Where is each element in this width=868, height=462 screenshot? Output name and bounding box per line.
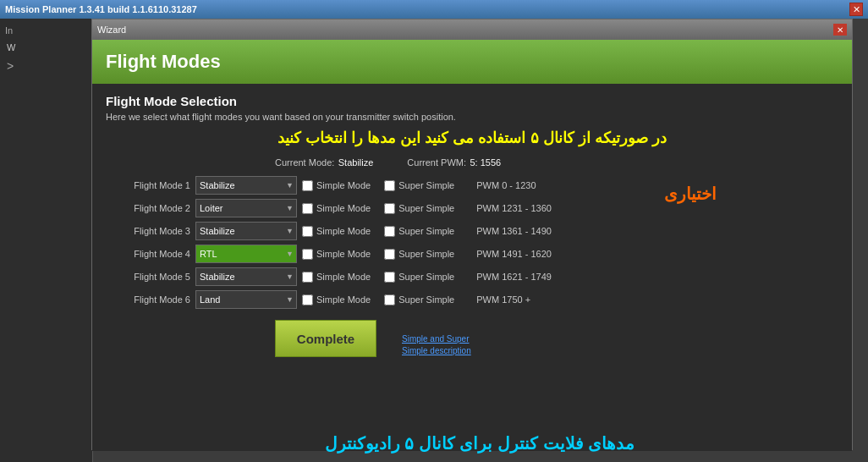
sidebar-arrow[interactable]: > — [0, 56, 92, 76]
pwm-range-4: PWM 1491 - 1620 — [476, 249, 552, 259]
flight-mode-select-5[interactable]: StabilizeLoiterRTLLandAutoAltHoldGuidedD… — [195, 267, 297, 286]
flight-mode-select-wrapper-1[interactable]: StabilizeLoiterRTLLandAutoAltHoldGuidedD… — [195, 176, 297, 195]
simple-mode-group-2: Simple Mode — [302, 203, 371, 214]
flight-mode-row: Flight Mode 5StabilizeLoiterRTLLandAutoA… — [106, 267, 838, 286]
outer-window: Mission Planner 1.3.41 build 1.1.6110.31… — [0, 0, 868, 462]
simple-mode-group-3: Simple Mode — [302, 226, 371, 237]
selection-desc: Here we select what flight modes you wan… — [106, 112, 838, 122]
pwm-range-3: PWM 1361 - 1490 — [476, 226, 552, 236]
simple-mode-label-2: Simple Mode — [316, 203, 371, 213]
flight-modes-table: Flight Mode 1StabilizeLoiterRTLLandAutoA… — [106, 176, 838, 309]
super-simple-checkbox-4[interactable] — [384, 249, 395, 260]
super-simple-checkbox-6[interactable] — [384, 294, 395, 305]
flight-mode-label-6: Flight Mode 6 — [106, 294, 190, 305]
current-pwm-info: Current PWM: 5: 1556 — [407, 154, 501, 169]
super-simple-label-2: Super Simple — [398, 203, 454, 213]
super-simple-checkbox-2[interactable] — [384, 203, 395, 214]
simple-mode-label-1: Simple Mode — [316, 180, 371, 190]
flight-modes-title: Flight Modes — [106, 51, 221, 73]
title-bar: Mission Planner 1.3.41 build 1.1.6110.31… — [0, 0, 868, 19]
app-close-button[interactable]: ✕ — [849, 3, 863, 16]
super-simple-label-5: Super Simple — [398, 272, 454, 282]
app-title: Mission Planner 1.3.41 build 1.1.6110.31… — [5, 4, 197, 14]
simple-description-link[interactable]: Simple and SuperSimple description — [402, 333, 471, 357]
flight-mode-row: Flight Mode 3StabilizeLoiterRTLLandAutoA… — [106, 222, 838, 240]
flight-mode-select-wrapper-4[interactable]: StabilizeLoiterRTLLandAutoAltHoldGuidedD… — [195, 245, 297, 263]
sidebar-w-label: W — [0, 39, 92, 56]
flight-mode-label-4: Flight Mode 4 — [106, 249, 190, 259]
super-simple-label-6: Super Simple — [398, 294, 454, 305]
wizard-title: Wizard — [97, 25, 126, 35]
left-sidebar: In W > — [0, 19, 93, 462]
super-simple-group-3: Super Simple — [384, 226, 454, 237]
sidebar-in-label: In — [0, 19, 92, 39]
super-simple-label-3: Super Simple — [398, 226, 454, 236]
flight-mode-label-2: Flight Mode 2 — [106, 203, 190, 213]
pwm-range-1: PWM 0 - 1230 — [476, 180, 536, 190]
wizard-close-button[interactable]: ✕ — [833, 24, 847, 36]
persian-text-bottom: مدهای فلایت کنترل برای کانال ۵ رادیوکنتر… — [91, 433, 868, 454]
super-simple-checkbox-1[interactable] — [384, 180, 395, 191]
flight-mode-select-4[interactable]: StabilizeLoiterRTLLandAutoAltHoldGuidedD… — [195, 245, 297, 263]
persian-text-top: در صورتیکه از کانال ۵ استفاده می کنید ای… — [106, 129, 838, 147]
current-mode-info: Current Mode: Stabilize — [275, 154, 373, 169]
flight-mode-select-2[interactable]: StabilizeLoiterRTLLandAutoAltHoldGuidedD… — [195, 199, 297, 217]
pwm-range-5: PWM 1621 - 1749 — [476, 272, 552, 282]
current-pwm-value: 5: 1556 — [470, 157, 501, 168]
super-simple-group-6: Super Simple — [384, 294, 454, 305]
flight-mode-label-3: Flight Mode 3 — [106, 226, 190, 236]
flight-mode-select-6[interactable]: StabilizeLoiterRTLLandAutoAltHoldGuidedD… — [195, 290, 297, 309]
current-pwm-label: Current PWM: — [407, 157, 466, 168]
pwm-range-6: PWM 1750 + — [476, 294, 530, 305]
super-simple-group-1: Super Simple — [384, 180, 454, 191]
super-simple-group-2: Super Simple — [384, 203, 454, 214]
flight-mode-row: Flight Mode 2StabilizeLoiterRTLLandAutoA… — [106, 199, 838, 217]
flight-mode-row: Flight Mode 6StabilizeLoiterRTLLandAutoA… — [106, 290, 838, 309]
flight-mode-select-wrapper-5[interactable]: StabilizeLoiterRTLLandAutoAltHoldGuidedD… — [195, 267, 297, 286]
pwm-range-2: PWM 1231 - 1360 — [476, 203, 552, 213]
simple-mode-label-5: Simple Mode — [316, 272, 371, 282]
super-simple-group-4: Super Simple — [384, 249, 454, 260]
flight-mode-row: Flight Mode 1StabilizeLoiterRTLLandAutoA… — [106, 176, 838, 195]
simple-mode-label-3: Simple Mode — [316, 226, 371, 236]
flight-mode-select-1[interactable]: StabilizeLoiterRTLLandAutoAltHoldGuidedD… — [195, 176, 297, 195]
super-simple-label-1: Super Simple — [398, 180, 454, 190]
simple-mode-checkbox-5[interactable] — [302, 272, 313, 283]
flight-modes-header: Flight Modes — [92, 40, 852, 84]
flight-mode-label-1: Flight Mode 1 — [106, 180, 190, 190]
simple-mode-checkbox-4[interactable] — [302, 249, 313, 260]
complete-button[interactable]: Complete — [275, 320, 376, 357]
super-simple-checkbox-3[interactable] — [384, 226, 395, 237]
super-simple-label-4: Super Simple — [398, 249, 454, 259]
flight-mode-select-3[interactable]: StabilizeLoiterRTLLandAutoAltHoldGuidedD… — [195, 222, 297, 240]
simple-mode-group-1: Simple Mode — [302, 180, 371, 191]
simple-mode-checkbox-2[interactable] — [302, 203, 313, 214]
arabic-optional-text: اختیاری — [664, 184, 717, 204]
flight-mode-label-5: Flight Mode 5 — [106, 272, 190, 282]
current-mode-value: Stabilize — [338, 157, 374, 168]
simple-mode-group-4: Simple Mode — [302, 249, 371, 260]
super-simple-group-5: Super Simple — [384, 272, 454, 283]
content-area: اختیاری Flight Mode Selection Here we se… — [92, 84, 852, 451]
current-info: Current Mode: Stabilize Current PWM: 5: … — [275, 154, 838, 169]
simple-mode-checkbox-3[interactable] — [302, 226, 313, 237]
simple-mode-checkbox-6[interactable] — [302, 294, 313, 305]
flight-mode-select-wrapper-3[interactable]: StabilizeLoiterRTLLandAutoAltHoldGuidedD… — [195, 222, 297, 240]
flight-mode-select-wrapper-6[interactable]: StabilizeLoiterRTLLandAutoAltHoldGuidedD… — [195, 290, 297, 309]
wizard-title-bar: Wizard ✕ — [92, 19, 852, 40]
wizard-window: Wizard ✕ Flight Modes اختیاری Flight Mod… — [91, 19, 853, 450]
simple-mode-checkbox-1[interactable] — [302, 180, 313, 191]
super-simple-checkbox-5[interactable] — [384, 272, 395, 283]
current-mode-label: Current Mode: — [275, 157, 334, 168]
selection-header: Flight Mode Selection — [106, 94, 838, 108]
simple-mode-label-4: Simple Mode — [316, 249, 371, 259]
simple-mode-label-6: Simple Mode — [316, 294, 371, 305]
flight-mode-select-wrapper-2[interactable]: StabilizeLoiterRTLLandAutoAltHoldGuidedD… — [195, 199, 297, 217]
flight-mode-row: Flight Mode 4StabilizeLoiterRTLLandAutoA… — [106, 245, 838, 263]
simple-mode-group-5: Simple Mode — [302, 272, 371, 283]
bottom-actions: Complete Simple and SuperSimple descript… — [106, 313, 838, 357]
simple-mode-group-6: Simple Mode — [302, 294, 371, 305]
